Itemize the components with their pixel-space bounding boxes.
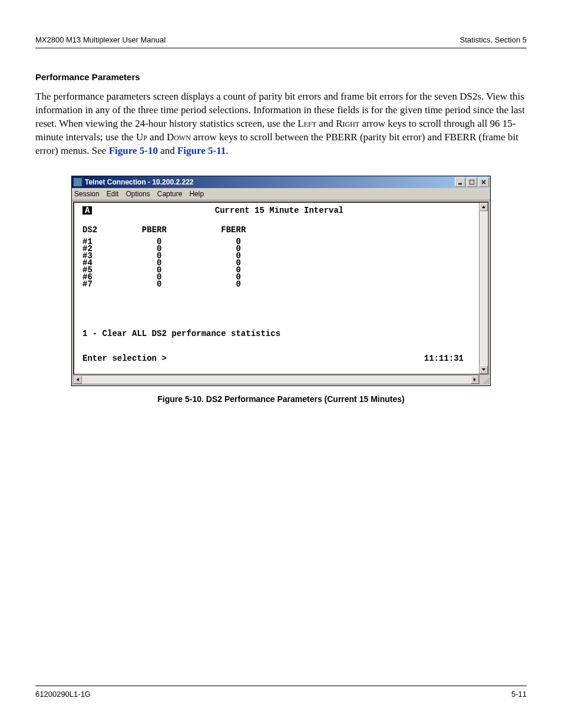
key-right: Right (336, 118, 359, 129)
header-right: Statistics, Section 5 (460, 35, 527, 44)
scroll-track[interactable] (480, 211, 488, 365)
header-rule (35, 48, 527, 48)
svg-rect-1 (470, 180, 474, 185)
terminal-cursor-indicator: A (82, 206, 92, 215)
titlebar: Telnet Connection - 10.200.2.222 (72, 176, 490, 188)
svg-marker-5 (482, 368, 485, 371)
interval-title: Current 15 Minute Interval (215, 206, 343, 215)
svg-rect-0 (458, 183, 462, 185)
terminal-area[interactable]: A Current 15 Minute Interval DS2 PBERR F… (74, 203, 480, 374)
figure-caption: Figure 5-10. DS2 Performance Parameters … (35, 394, 527, 404)
menu-edit[interactable]: Edit (107, 190, 119, 198)
menu-options[interactable]: Options (125, 190, 150, 198)
section-heading: Performance Parameters (35, 72, 527, 82)
maximize-button[interactable] (467, 177, 477, 187)
menu-capture[interactable]: Capture (157, 190, 183, 198)
horizontal-scrollbar[interactable] (73, 375, 480, 384)
body-mid3: and (147, 131, 167, 143)
header-left: MX2800 M13 Multiplexer User Manual (35, 35, 166, 44)
resize-grip-icon[interactable] (480, 375, 489, 384)
link-figure-5-11[interactable]: Figure 5-11 (177, 145, 226, 156)
scroll-right-arrow-icon[interactable] (471, 375, 479, 384)
key-down: Down (167, 131, 191, 143)
svg-marker-4 (482, 206, 485, 208)
window-title: Telnet Connection - 10.200.2.222 (85, 178, 454, 186)
clock: 11:11:31 (424, 354, 464, 363)
key-up: Up (136, 131, 147, 143)
svg-marker-7 (474, 378, 476, 381)
table-row: #7 0 0 (82, 281, 475, 288)
footer-left: 61200290L1-1G (35, 690, 91, 699)
footer-right: 5-11 (511, 690, 527, 699)
scroll-down-arrow-icon[interactable] (480, 365, 488, 374)
col-fberr: FBERR (221, 225, 246, 235)
footer-rule (35, 686, 527, 686)
scroll-up-arrow-icon[interactable] (480, 203, 488, 211)
body-end: . (226, 145, 228, 156)
scroll-left-arrow-icon[interactable] (74, 375, 82, 384)
hscroll-track[interactable] (82, 375, 471, 384)
key-left: Left (297, 118, 316, 129)
menu-help[interactable]: Help (189, 190, 204, 198)
clear-option-line: 1 - Clear ALL DS2 performance statistics (82, 329, 475, 338)
vertical-scrollbar[interactable] (479, 203, 488, 374)
minimize-button[interactable] (455, 177, 465, 187)
telnet-window: Telnet Connection - 10.200.2.222 Session… (71, 176, 491, 386)
col-pberr: PBERR (142, 225, 167, 235)
svg-line-10 (488, 383, 489, 384)
table-header-row: DS2 PBERR FBERR (82, 225, 475, 235)
body-mid1: and (316, 118, 336, 129)
menubar: Session Edit Options Capture Help (72, 188, 490, 200)
svg-marker-6 (77, 378, 79, 381)
link-figure-5-10[interactable]: Figure 5-10 (109, 145, 158, 156)
app-icon (73, 177, 82, 187)
menu-session[interactable]: Session (74, 190, 100, 198)
selection-prompt: Enter selection > (82, 354, 167, 363)
close-button[interactable] (478, 177, 489, 187)
body-mid5: and (158, 145, 177, 156)
col-ds2: DS2 (82, 225, 97, 235)
body-paragraph: The performance parameters screen displa… (35, 90, 527, 158)
